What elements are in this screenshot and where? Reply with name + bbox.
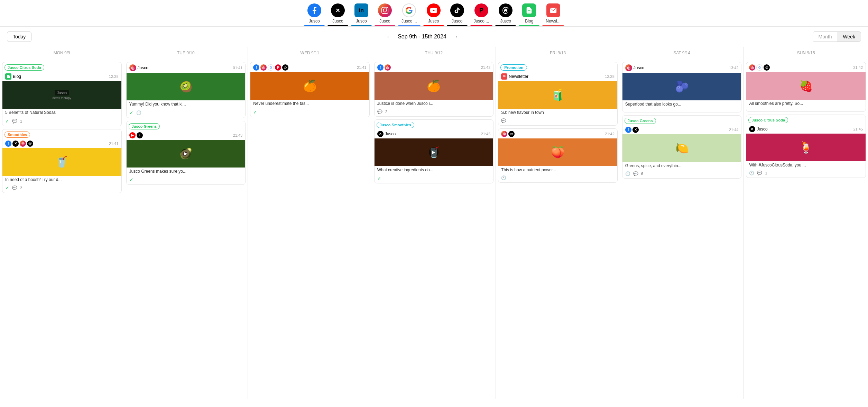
next-arrow[interactable]: → [452,33,458,40]
card-time-sat-2: 21:44 [729,128,739,132]
go-icon-wed: G [268,64,274,71]
month-view-button[interactable]: Month [813,32,838,42]
post-card-thu-1[interactable]: f ◎ 21:42 🍊 Justice is done when Jusco i… [374,62,494,117]
post-card-sun-2[interactable]: Jusco Citrus Soda ✕ Jusco 21:45 🍹 With #… [746,115,866,178]
card-brand-fri-1: ✉ Newsletter [501,73,528,80]
clock-icon-sat-2: 🕐 [625,171,630,176]
card-text-sat-1: Superfood that also looks go... [622,100,741,109]
card-image-wrap-tue-2: 🥑 ▶ [127,140,246,168]
card-header-sat-2: f ✕ 21:44 [622,125,741,134]
card-image-wrap-sun-2: 🍹 [746,134,866,161]
promo-tag-fri: Promotion [500,64,527,71]
check-icon-mon-1: ✓ [5,118,9,124]
card-brand-name-mon-1: Blog [13,74,21,79]
day-content-wed: f ◎ G P @ 21:41 🍊 Never underestimate th… [248,59,372,120]
comment-icon-mon-1: 💬 [12,119,17,124]
channel-facebook[interactable]: Jusco [304,3,325,26]
ig-icon-sun: ◎ [749,64,755,71]
channel-instagram[interactable]: Jusco [375,3,395,26]
card-text-mon-1: 5 Benefits of Natural Sodas [2,109,121,117]
channel-google[interactable]: Jusco ... [398,3,421,26]
comment-count-mon-1: 1 [20,119,22,123]
card-image-wrap-fri-1: 🧃 [498,81,617,109]
tiktok-icon [450,3,464,17]
day-column-fri: FRI 9/13 Promotion ✉ Newsletter 12:28 🧃 [496,47,620,399]
group-tag-greens-sat: Jusco Greens [625,118,656,124]
day-column-mon: MON 9/9 Jusco Citrus Soda Blog 12:28 J [0,47,124,399]
card-footer-thu-1: 💬 2 [375,108,493,116]
tw-icon: ✕ [12,141,19,147]
channel-blog[interactable]: Blog [519,3,539,26]
week-view-button[interactable]: Week [837,32,861,42]
card-brand-sat-1: ◎ Jusco [625,64,644,71]
blog-small-icon [5,73,11,80]
view-switcher: Month Week [813,31,861,42]
channel-tiktok[interactable]: Jusco [447,3,468,26]
day-content-mon: Jusco Citrus Soda Blog 12:28 Jusco detox… [0,59,124,196]
channel-underline-fb [304,25,325,26]
post-card-mon-1[interactable]: Jusco Citrus Soda Blog 12:28 Jusco detox… [2,62,122,126]
check-icon-wed-1: ✓ [253,109,257,115]
today-button[interactable]: Today [7,31,31,42]
channel-pinterest[interactable]: P Jusco ... [470,3,493,26]
card-footer-mon-2: ✓ 💬 2 [2,184,121,193]
card-time-thu-1: 21:42 [481,65,491,70]
card-image-fri-1: 🧃 [498,81,617,109]
channel-linkedin[interactable]: in Jusco [351,3,372,26]
pi-icon-wed: P [275,64,281,71]
card-image-thu-1: 🍊 [375,72,493,100]
card-header-sat-1: ◎ Jusco 13:42 [622,62,741,73]
card-brand-thu-2: ✕ Jusco [377,131,396,137]
card-time-tue-2: 21:43 [233,133,243,137]
comment-icon-mon-2: 💬 [12,186,17,190]
card-text-wed-1: Never underestimate the tas... [250,100,369,108]
day-header-fri: FRI 9/13 [496,47,620,59]
channel-threads[interactable]: Jusco [495,3,516,26]
post-card-tue-1[interactable]: ◎ Jusco 01:41 🥝 Yummy! Did you know that… [126,62,246,118]
post-card-wed-1[interactable]: f ◎ G P @ 21:41 🍊 Never underestimate th… [250,62,370,117]
post-card-thu-2[interactable]: Jusco Smoothies ✕ Jusco 21:45 🥤 ▶ What c… [374,119,494,184]
date-range-label: Sep 9th - 15th 2024 [398,34,446,40]
channel-label-go: Jusco ... [401,19,417,24]
blog-icon [522,3,536,17]
comment-icon-fri-1: 💬 [501,118,506,123]
prev-arrow[interactable]: ← [386,33,392,40]
post-card-mon-2[interactable]: Smoothies f ✕ ◎ @ 21:41 🥤 In need of a b… [2,129,122,193]
threads-icon [499,3,513,17]
channel-label-pi: Jusco ... [474,19,489,24]
post-card-fri-1[interactable]: Promotion ✉ Newsletter 12:28 🧃 SJ: new f… [498,62,618,126]
channel-label-bl: Blog [525,19,533,24]
clock-icon-tue-1: 🕐 [136,110,141,115]
th-icon-fri-2: @ [508,131,515,137]
day-header-sat: SAT 9/14 [620,47,744,59]
check-icon-tue-2: ✓ [129,177,133,182]
brand-name-tue-1: Jusco [138,65,148,70]
channel-newsletter[interactable]: Newsl... [542,3,564,26]
channel-label-nl: Newsl... [546,19,561,24]
comment-icon-sat-2: 💬 [633,171,638,176]
post-card-sun-1[interactable]: ◎ G @ 21:42 🍓 All smoothies are pretty. … [746,62,866,112]
day-header-wed: WED 9/11 [248,47,372,59]
brand-name-thu-2: Jusco [385,132,396,136]
channel-underline-tk [447,25,468,26]
post-card-sat-2[interactable]: Jusco Greens f ✕ 21:44 🍋 Greens, spice, … [622,115,742,179]
brand-name-sat-1: Jusco [634,65,644,70]
channel-twitter[interactable]: ✕ Jusco [327,3,348,26]
channel-youtube[interactable]: Jusco [423,3,444,26]
clock-icon-fri-2: 🕐 [501,175,506,180]
post-card-fri-2[interactable]: ◎ @ 21:42 🍑 This is how a nutrient power… [498,128,618,183]
nl-icon-fri: ✉ [501,73,507,80]
channel-underline-li [351,25,372,26]
card-header-mon-1: Blog 12:28 [2,71,121,81]
channel-underline-yt [423,25,444,26]
post-card-tue-2[interactable]: Jusco Greens ▶ ♪ 21:43 🥑 ▶ Jusco Greens … [126,121,246,185]
card-header-sun-2: ✕ Jusco 21:45 [746,124,866,134]
post-card-sat-1[interactable]: ◎ Jusco 13:42 🫐 Superfood that also look… [622,62,742,112]
card-image-wed-1: 🍊 [250,72,369,100]
tw-icon-thu: ✕ [377,131,384,137]
card-image-mon-1: Jusco detox therapy [2,81,121,109]
fb-icon-wed: f [253,64,259,71]
card-image-sat-2: 🍋 [622,134,741,162]
tk-icon-tue-2: ♪ [137,132,143,138]
fb-icon: f [5,141,11,147]
